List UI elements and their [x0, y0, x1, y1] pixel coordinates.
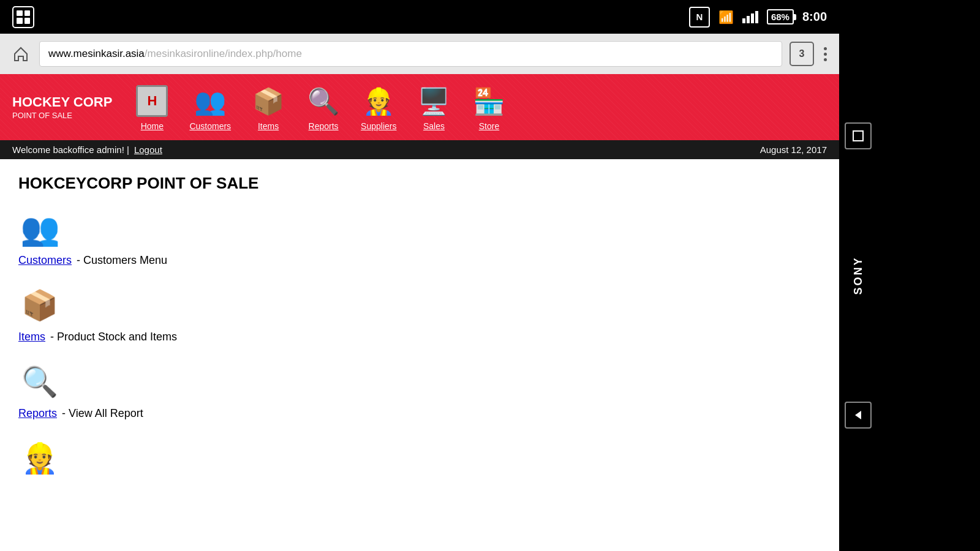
- brand-subtitle: POINT OF SALE: [12, 111, 112, 120]
- items-desc: - Product Stock and Items: [50, 331, 177, 343]
- welcome-message: Welcome backoffice admin! |: [12, 144, 129, 155]
- browser-home-button[interactable]: [10, 43, 32, 65]
- nav-suppliers[interactable]: 👷 Suppliers: [351, 80, 406, 134]
- menu-suppliers: 👷: [18, 437, 821, 484]
- nav-items[interactable]: 📦 Items: [241, 80, 296, 134]
- welcome-bar: Welcome backoffice admin! | Logout Augus…: [0, 140, 839, 159]
- square-button[interactable]: [845, 122, 872, 149]
- back-button[interactable]: [845, 402, 872, 429]
- customers-link[interactable]: Customers: [18, 254, 72, 267]
- page-content: HOKCEYCORP POINT OF SALE 👥 Customers - C…: [0, 159, 839, 551]
- brand-name: HOCKEY CORP: [12, 94, 112, 110]
- items-link[interactable]: Items: [18, 331, 45, 343]
- url-domain: www.mesinkasir.asia: [48, 48, 145, 60]
- current-date: August 12, 2017: [760, 144, 827, 155]
- nav-customers-icon: 👥: [192, 83, 228, 119]
- nav-home-icon: H: [134, 83, 170, 119]
- reports-icon: 🔍: [18, 361, 61, 403]
- suppliers-icon: 👷: [18, 437, 61, 480]
- svg-marker-1: [855, 411, 861, 419]
- status-bar: N 📶 68% 8:00: [0, 0, 839, 34]
- browser-menu-button[interactable]: [821, 45, 829, 64]
- page-title: HOKCEYCORP POINT OF SALE: [18, 174, 821, 193]
- nav-store-label: Store: [479, 121, 499, 131]
- menu-customers: 👥 Customers - Customers Menu: [18, 208, 821, 267]
- web-content: HOCKEY CORP POINT OF SALE H Home 👥 Custo…: [0, 74, 839, 551]
- items-icon: 📦: [18, 284, 61, 327]
- nav-customers[interactable]: 👥 Customers: [179, 80, 241, 134]
- nfc-icon: N: [689, 7, 710, 28]
- nav-store-icon: 🏪: [471, 83, 507, 119]
- nav-items-icon: 📦: [251, 83, 286, 119]
- nav-suppliers-label: Suppliers: [361, 121, 396, 131]
- nav-home-label: Home: [141, 121, 164, 131]
- signal-icon: [742, 11, 758, 23]
- nav-sales-icon: 🖥️: [416, 83, 451, 119]
- logout-link[interactable]: Logout: [134, 144, 162, 155]
- bbm-icon: [12, 6, 34, 28]
- clock: 8:00: [802, 10, 827, 24]
- customers-icon: 👥: [18, 208, 61, 250]
- nav-home[interactable]: H Home: [124, 80, 179, 134]
- url-path: /mesinkasironline/index.php/home: [145, 48, 302, 60]
- nav-sales-label: Sales: [423, 121, 445, 131]
- nav-items: H Home 👥 Customers 📦 Items 🔍 Report: [124, 80, 827, 134]
- customers-desc: - Customers Menu: [77, 254, 167, 267]
- browser-toolbar: www.mesinkasir.asia /mesinkasironline/in…: [0, 34, 839, 74]
- nav-suppliers-icon: 👷: [361, 83, 396, 119]
- battery-indicator: 68%: [767, 9, 794, 24]
- brand: HOCKEY CORP POINT OF SALE: [12, 94, 112, 119]
- nav-reports-label: Reports: [309, 121, 339, 131]
- menu-reports: 🔍 Reports - View All Report: [18, 361, 821, 420]
- nav-store[interactable]: 🏪 Store: [461, 80, 516, 134]
- nav-reports[interactable]: 🔍 Reports: [296, 80, 351, 134]
- reports-link[interactable]: Reports: [18, 407, 57, 420]
- url-bar[interactable]: www.mesinkasir.asia /mesinkasironline/in…: [39, 41, 782, 67]
- nav-bar: HOCKEY CORP POINT OF SALE H Home 👥 Custo…: [0, 74, 839, 140]
- nav-reports-icon: 🔍: [306, 83, 341, 119]
- svg-rect-0: [853, 131, 863, 141]
- reports-desc: - View All Report: [62, 407, 143, 420]
- menu-items: 📦 Items - Product Stock and Items: [18, 284, 821, 343]
- right-sidebar: SONY: [839, 0, 877, 551]
- nav-customers-label: Customers: [189, 121, 231, 131]
- wifi-icon: 📶: [718, 10, 734, 24]
- nav-items-label: Items: [258, 121, 279, 131]
- sony-brand: SONY: [852, 256, 865, 294]
- tab-switcher[interactable]: 3: [790, 42, 814, 66]
- nav-sales[interactable]: 🖥️ Sales: [406, 80, 461, 134]
